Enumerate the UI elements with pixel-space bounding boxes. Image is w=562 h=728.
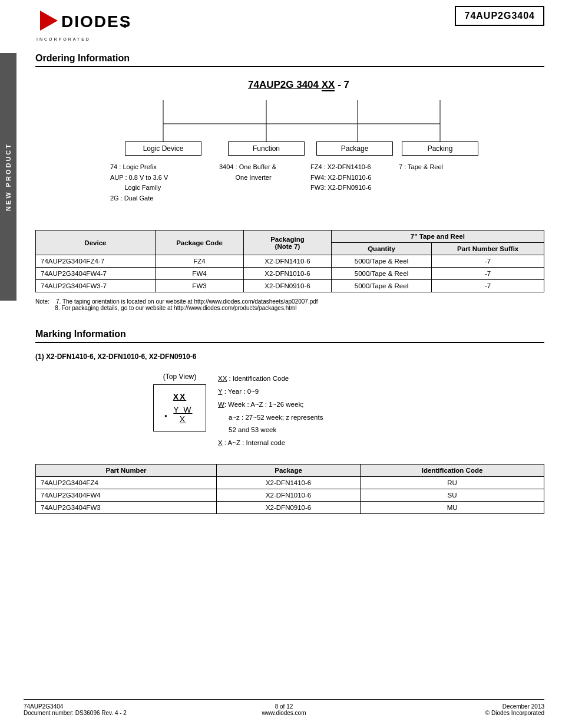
- table-row: 74AUP2G3404FW4 X2-DFN1010-6 SU: [36, 489, 544, 502]
- td-pkg-code-2: FW4: [155, 268, 243, 280]
- legend-key-y: Y: [218, 388, 222, 395]
- th-part-suffix: Part Number Suffix: [432, 243, 544, 255]
- mtd-pn-1: 74AUP2G3404FZ4: [36, 477, 217, 489]
- td-qty-1: 5000/Tape & Reel: [331, 255, 432, 268]
- pn-prefix: 74AUP2G: [248, 79, 293, 90]
- note-8: 8. For packaging details, go to our webs…: [35, 305, 544, 311]
- package-desc: FZ4 : X2-DFN1410-6 FW4: X2-DFN1010-6 FW3…: [310, 162, 405, 193]
- legend-y: Y : Year : 0~9: [218, 386, 323, 398]
- td-packaging-2: X2-DFN1010-6: [244, 268, 331, 280]
- td-suffix-3: -7: [432, 280, 544, 292]
- svg-text:DIODES: DIODES: [61, 12, 130, 31]
- footer-page: 8 of 12: [197, 703, 371, 710]
- sidebar-label: NEW PRODUCT: [5, 143, 12, 211]
- mtd-pkg-1: X2-DFN1410-6: [217, 477, 361, 489]
- function-desc: 3404 : One Buffer & One Inverter: [219, 162, 319, 183]
- ld-line3: Logic Family: [110, 183, 210, 193]
- mtd-id-3: MU: [361, 502, 544, 514]
- pn-suffix: - 7: [335, 79, 349, 90]
- legend-w2: a~z : 27~52 week; z represents: [229, 411, 323, 424]
- top-view-area: (Top View) XX ● Y W X: [153, 373, 206, 431]
- table-row: 74AUP2G3404FW3 X2-DFN0910-6 MU: [36, 502, 544, 514]
- footer-doc-number: Document number: DS36096 Rev. 4 - 2: [24, 710, 197, 716]
- footer-right: December 2013 © Diodes Incorporated: [371, 703, 544, 716]
- marking-legend: XX : Identification Code Y : Year : 0~9 …: [218, 373, 323, 450]
- part-number-header-box: 74AUP2G3404: [455, 6, 544, 26]
- th-device: Device: [36, 230, 156, 255]
- legend-xx: XX : Identification Code: [218, 373, 323, 386]
- ordering-section-title: Ordering Information: [35, 53, 544, 67]
- fn-line1: 3404 : One Buffer &: [219, 162, 319, 173]
- mtd-pn-2: 74AUP2G3404FW4: [36, 489, 217, 502]
- new-product-sidebar: NEW PRODUCT: [0, 53, 16, 301]
- svg-point-2: [123, 24, 127, 28]
- packing-desc: 7 : Tape & Reel: [399, 162, 487, 173]
- marking-section-title: Marking Information: [35, 329, 544, 343]
- notes: Note: 7. The taping orientation is locat…: [35, 298, 544, 311]
- chip-dot: ●: [164, 413, 167, 419]
- legend-key-x: X: [218, 439, 223, 446]
- mtd-id-2: SU: [361, 489, 544, 502]
- page-footer: 74AUP2G3404 Document number: DS36096 Rev…: [24, 699, 544, 716]
- pkg-line2: FW4: X2-DFN1010-6: [310, 173, 405, 183]
- mtd-pn-3: 74AUP2G3404FW3: [36, 502, 217, 514]
- th-packaging: Packaging(Note 7): [244, 230, 331, 255]
- td-qty-3: 5000/Tape & Reel: [331, 280, 432, 292]
- pkg-line1: FZ4 : X2-DFN1410-6: [310, 162, 405, 173]
- chip-xx: XX: [164, 392, 195, 401]
- chip-ywx-row: ● Y W X: [164, 405, 195, 424]
- mth-package: Package: [217, 465, 361, 477]
- footer-left: 74AUP2G3404 Document number: DS36096 Rev…: [24, 703, 197, 716]
- td-suffix-1: -7: [432, 255, 544, 268]
- pkg-line3: FW3: X2-DFN0910-6: [310, 183, 405, 193]
- td-device-3: 74AUP2G3404FW3-7: [36, 280, 156, 292]
- footer-center: 8 of 12 www.diodes.com: [197, 703, 371, 716]
- marking-table: Part Number Package Identification Code …: [35, 464, 544, 514]
- company-logo: DIODES INCORPORATED: [35, 6, 130, 41]
- td-device-2: 74AUP2G3404FW4-7: [36, 268, 156, 280]
- legend-w: W: Week : A~Z : 1~26 week;: [218, 398, 323, 411]
- table-row: 74AUP2G3404FW4-7 FW4 X2-DFN1010-6 5000/T…: [36, 268, 544, 280]
- th-tape-reel: 7" Tape and Reel: [331, 230, 544, 243]
- fn-line2: One Inverter: [219, 173, 319, 183]
- mtd-id-1: RU: [361, 477, 544, 489]
- footer-copyright: © Diodes Incorporated: [371, 710, 544, 716]
- footer-website: www.diodes.com: [197, 710, 371, 716]
- packing-box: Packing: [402, 141, 478, 156]
- table-row: 74AUP2G3404FZ4-7 FZ4 X2-DFN1410-6 5000/T…: [36, 255, 544, 268]
- ordering-diagram: 74AUP2G 3404 XX - 7 Logic: [53, 79, 544, 212]
- main-content: Ordering Information 74AUP2G 3404 XX - 7: [24, 47, 562, 532]
- ld-line4: 2G : Dual Gate: [110, 193, 210, 204]
- table-row: 74AUP2G3404FW3-7 FW3 X2-DFN0910-6 5000/T…: [36, 280, 544, 292]
- mth-id-code: Identification Code: [361, 465, 544, 477]
- marking-subtitle: (1) X2-DFN1410-6, X2-DFN1010-6, X2-DFN09…: [35, 353, 544, 361]
- ld-line1: 74 : Logic Prefix: [110, 162, 210, 173]
- footer-part-number: 74AUP2G3404: [24, 703, 197, 710]
- logic-device-desc: 74 : Logic Prefix AUP : 0.8 V to 3.6 V L…: [110, 162, 210, 203]
- package-box: Package: [316, 141, 393, 156]
- ld-line2: AUP : 0.8 V to 3.6 V: [110, 173, 210, 183]
- page-header: DIODES INCORPORATED 74AUP2G3404: [24, 0, 562, 47]
- legend-w3: 52 and 53 week: [229, 424, 323, 437]
- chip-outline-box: XX ● Y W X: [153, 384, 206, 431]
- function-box: Function: [228, 141, 305, 156]
- legend-key-xx: XX: [218, 375, 227, 382]
- pn-xx: XX: [322, 79, 335, 91]
- logo-text: DIODES: [35, 6, 130, 38]
- diagram-area: Logic Device Function Package Packing 74…: [92, 94, 505, 212]
- th-package-code: Package Code: [155, 230, 243, 255]
- td-pkg-code-3: FW3: [155, 280, 243, 292]
- note-label: Note: 7. The taping orientation is locat…: [35, 298, 544, 305]
- part-number-display: 74AUP2G 3404 XX - 7: [53, 79, 544, 91]
- top-view-label: (Top View): [153, 373, 206, 381]
- incorporated-text: INCORPORATED: [35, 37, 91, 41]
- mth-part-number: Part Number: [36, 465, 217, 477]
- chip-ywx: Y W X: [171, 405, 195, 424]
- legend-key-w: W: [218, 401, 224, 408]
- mtd-pkg-2: X2-DFN1010-6: [217, 489, 361, 502]
- td-device-1: 74AUP2G3404FZ4-7: [36, 255, 156, 268]
- note-7: 7. The taping orientation is located on …: [56, 298, 318, 305]
- mtd-pkg-3: X2-DFN0910-6: [217, 502, 361, 514]
- td-suffix-2: -7: [432, 268, 544, 280]
- marking-diagram: (Top View) XX ● Y W X XX : Identificatio…: [153, 373, 544, 450]
